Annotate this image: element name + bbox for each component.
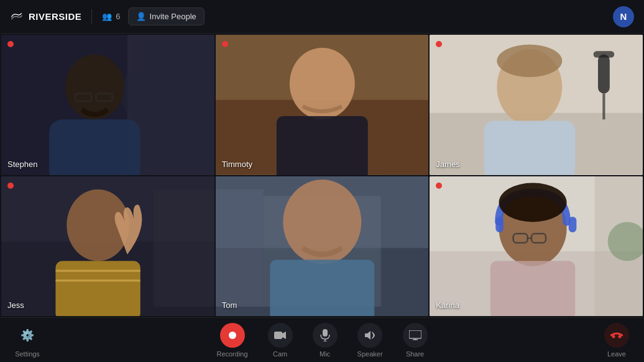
participant-name-stephen: Stephen <box>7 160 37 169</box>
record-svg <box>228 330 237 340</box>
svg-rect-15 <box>603 93 605 119</box>
user-avatar[interactable]: N <box>613 6 634 27</box>
video-bg-tom <box>216 176 429 317</box>
invite-icon: 👤 <box>136 12 146 21</box>
leave-label: Leave <box>607 350 626 358</box>
record-icon <box>220 323 245 348</box>
video-bg-stephen <box>1 35 214 175</box>
cam-svg <box>274 330 287 340</box>
svg-rect-43 <box>490 261 575 316</box>
invite-people-button[interactable]: 👤 Invite People <box>128 7 205 25</box>
share-label: Share <box>406 350 424 358</box>
share-icon <box>403 323 428 348</box>
svg-rect-21 <box>154 189 214 306</box>
svg-rect-13 <box>598 54 610 93</box>
svg-rect-28 <box>216 189 264 306</box>
svg-point-42 <box>499 183 567 222</box>
share-svg <box>409 330 421 340</box>
participant-name-timmoty: Timmoty <box>222 160 252 169</box>
svg-rect-37 <box>496 217 504 232</box>
rec-indicator-stephen <box>7 41 14 47</box>
svg-point-9 <box>290 48 355 119</box>
user-initial: N <box>620 11 627 22</box>
cam-button[interactable]: Cam <box>268 323 293 358</box>
svg-rect-46 <box>323 329 328 337</box>
header-divider <box>91 9 92 24</box>
svg-point-44 <box>229 332 236 339</box>
riverside-logo-icon <box>10 10 24 24</box>
rec-indicator-karina <box>436 183 442 189</box>
participant-name-james: James <box>436 160 459 169</box>
logo: RIVERSIDE <box>10 10 81 24</box>
svg-rect-10 <box>277 116 368 174</box>
video-bg-james <box>430 35 643 175</box>
speaker-svg <box>364 330 376 341</box>
participant-name-tom: Tom <box>222 301 237 310</box>
speaker-button[interactable]: Speaker <box>357 323 383 358</box>
svg-point-52 <box>612 335 615 338</box>
video-grid: Stephen Timmoty <box>0 34 644 317</box>
participants-icon: 👥 <box>102 12 112 21</box>
video-cell-stephen: Stephen <box>1 35 214 175</box>
svg-rect-45 <box>274 332 282 339</box>
video-bg-karina <box>430 176 643 317</box>
cam-label: Cam <box>273 350 287 358</box>
mic-svg <box>320 329 330 342</box>
settings-icon: ⚙️ <box>15 323 40 348</box>
leave-icon <box>604 323 629 348</box>
rec-indicator-jess <box>7 183 14 189</box>
participants-count: 👥 6 <box>102 12 120 21</box>
recording-button[interactable]: Recording <box>216 323 247 358</box>
participant-name-jess: Jess <box>7 301 24 310</box>
mic-icon <box>313 323 338 348</box>
settings-label: Settings <box>15 350 40 358</box>
svg-point-30 <box>283 179 361 264</box>
recording-label: Recording <box>216 350 247 358</box>
leave-button[interactable]: Leave <box>604 323 629 358</box>
svg-rect-38 <box>569 217 577 232</box>
svg-rect-3 <box>49 119 140 174</box>
video-cell-james: James <box>430 35 643 175</box>
header: RIVERSIDE 👥 6 👤 Invite People N <box>0 0 644 34</box>
settings-button[interactable]: ⚙️ Settings <box>15 323 40 358</box>
video-cell-tom: Tom <box>216 176 429 317</box>
svg-rect-49 <box>409 330 421 338</box>
mic-label: Mic <box>320 350 330 358</box>
participant-name-karina: Karina <box>436 301 459 310</box>
participants-number: 6 <box>116 12 120 21</box>
rec-indicator-timmoty <box>222 41 228 47</box>
phone-end-svg <box>610 330 623 340</box>
svg-rect-31 <box>270 260 374 316</box>
svg-rect-17 <box>484 120 576 174</box>
mic-button[interactable]: Mic <box>313 323 338 358</box>
svg-point-18 <box>497 45 563 77</box>
toolbar: ⚙️ Settings Recording Cam <box>0 317 644 362</box>
video-cell-karina: Karina <box>430 176 643 317</box>
svg-rect-14 <box>594 51 615 57</box>
share-button[interactable]: Share <box>403 323 428 358</box>
svg-point-53 <box>619 335 622 338</box>
video-cell-timmoty: Timmoty <box>216 35 429 175</box>
invite-label: Invite People <box>150 12 196 21</box>
speaker-icon <box>357 323 382 348</box>
video-cell-jess: Jess <box>1 176 214 317</box>
svg-rect-23 <box>55 261 140 316</box>
video-bg-jess <box>1 176 214 317</box>
logo-text: RIVERSIDE <box>29 11 81 22</box>
video-bg-timmoty <box>216 35 429 175</box>
speaker-label: Speaker <box>357 350 383 358</box>
cam-icon <box>268 323 293 348</box>
svg-point-2 <box>65 54 124 119</box>
